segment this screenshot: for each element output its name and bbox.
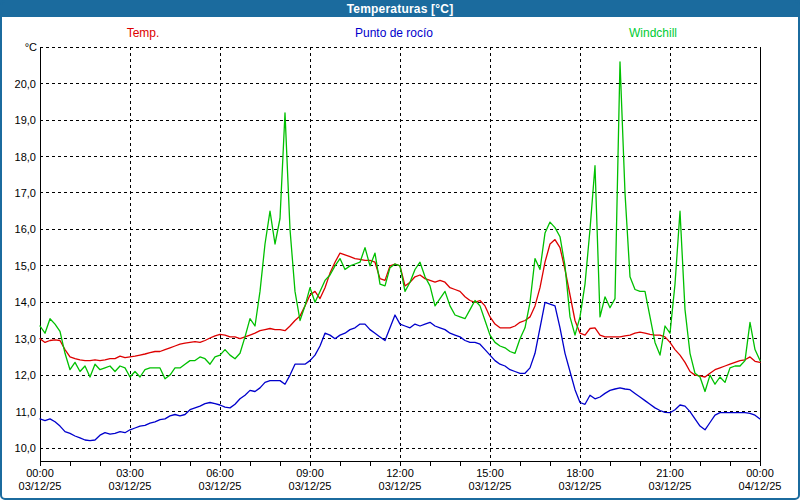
svg-text:00:00: 00:00 — [26, 467, 54, 479]
svg-text:09:00: 09:00 — [296, 467, 324, 479]
window-titlebar[interactable]: Temperaturas [°C] — [0, 0, 800, 17]
svg-text:03:00: 03:00 — [116, 467, 144, 479]
svg-text:03/12/25: 03/12/25 — [649, 480, 692, 492]
svg-text:20,0: 20,0 — [15, 78, 36, 90]
svg-text:03/12/25: 03/12/25 — [469, 480, 512, 492]
svg-text:15:00: 15:00 — [476, 467, 504, 479]
svg-text:03/12/25: 03/12/25 — [19, 480, 62, 492]
svg-text:21:00: 21:00 — [656, 467, 684, 479]
svg-text:03/12/25: 03/12/25 — [559, 480, 602, 492]
svg-text:°C: °C — [25, 41, 37, 53]
svg-text:19,0: 19,0 — [15, 114, 36, 126]
svg-text:10,0: 10,0 — [15, 442, 36, 454]
svg-text:15,0: 15,0 — [15, 260, 36, 272]
svg-text:13,0: 13,0 — [15, 333, 36, 345]
svg-text:11,0: 11,0 — [15, 406, 36, 418]
svg-text:18:00: 18:00 — [566, 467, 594, 479]
legend-item-windchill: Windchill — [629, 26, 677, 40]
legend-item-temp: Temp. — [127, 26, 160, 40]
app-window: Temperaturas [°C] Temp. Punto de rocío W… — [0, 0, 800, 500]
svg-text:18,0: 18,0 — [15, 151, 36, 163]
svg-text:03/12/25: 03/12/25 — [289, 480, 332, 492]
svg-text:12,0: 12,0 — [15, 369, 36, 381]
svg-text:16,0: 16,0 — [15, 223, 36, 235]
svg-text:17,0: 17,0 — [15, 187, 36, 199]
window-title: Temperaturas [°C] — [347, 2, 454, 16]
svg-text:12:00: 12:00 — [386, 467, 414, 479]
svg-text:00:00: 00:00 — [746, 467, 774, 479]
svg-text:14,0: 14,0 — [15, 296, 36, 308]
temperature-chart: 20,019,018,017,016,015,014,013,012,011,0… — [0, 0, 800, 500]
svg-text:06:00: 06:00 — [206, 467, 234, 479]
svg-text:03/12/25: 03/12/25 — [379, 480, 422, 492]
svg-text:03/12/25: 03/12/25 — [199, 480, 242, 492]
svg-text:04/12/25: 04/12/25 — [739, 480, 782, 492]
svg-text:03/12/25: 03/12/25 — [109, 480, 152, 492]
legend-item-dewpoint: Punto de rocío — [355, 26, 433, 40]
